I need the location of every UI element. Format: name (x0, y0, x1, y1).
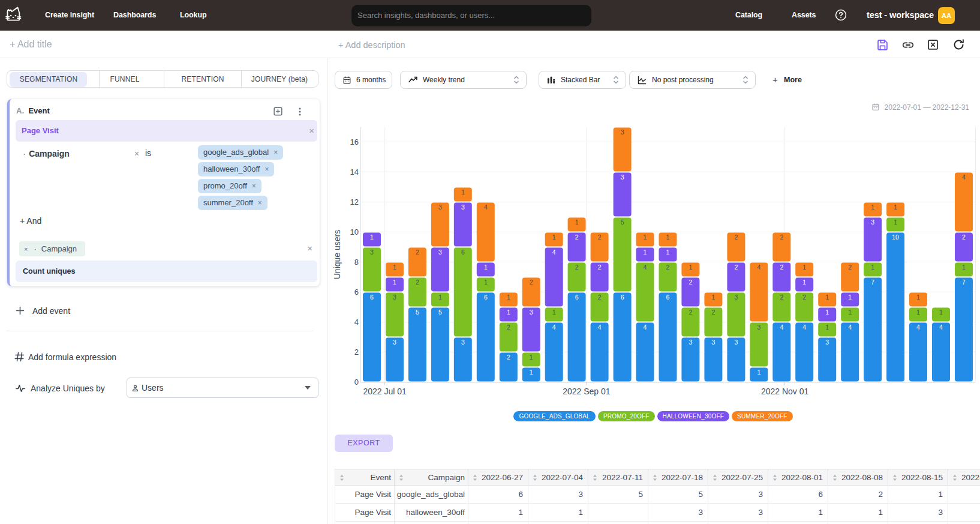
svg-text:2: 2 (416, 279, 419, 286)
svg-text:2: 2 (575, 233, 579, 241)
svg-text:4: 4 (802, 324, 806, 331)
svg-text:6: 6 (575, 294, 579, 301)
svg-text:2022 Nov 01: 2022 Nov 01 (761, 387, 809, 396)
svg-text:1: 1 (507, 294, 510, 301)
svg-text:1: 1 (825, 294, 829, 301)
svg-text:3: 3 (621, 173, 624, 181)
svg-text:4: 4 (916, 324, 920, 331)
svg-text:2022 Jul 01: 2022 Jul 01 (363, 387, 407, 396)
svg-text:14: 14 (350, 167, 359, 176)
svg-text:2: 2 (848, 264, 852, 271)
svg-text:2: 2 (598, 264, 602, 271)
svg-text:6: 6 (484, 294, 488, 301)
svg-text:4: 4 (598, 324, 602, 331)
svg-text:4: 4 (780, 324, 783, 331)
svg-text:3: 3 (871, 218, 874, 226)
svg-text:3: 3 (461, 339, 465, 346)
svg-text:1: 1 (916, 294, 920, 301)
svg-text:2: 2 (666, 264, 670, 271)
svg-text:0: 0 (354, 378, 359, 387)
svg-text:1: 1 (689, 264, 692, 271)
svg-text:2: 2 (354, 348, 359, 357)
svg-text:3: 3 (689, 339, 692, 346)
svg-text:4: 4 (757, 264, 760, 271)
svg-text:1: 1 (962, 264, 966, 271)
svg-text:4: 4 (848, 324, 852, 331)
svg-text:1: 1 (871, 264, 874, 271)
svg-text:7: 7 (871, 279, 874, 286)
svg-text:1: 1 (825, 309, 829, 316)
svg-text:1: 1 (802, 264, 806, 271)
svg-text:3: 3 (734, 294, 738, 301)
svg-text:4: 4 (644, 324, 647, 331)
svg-text:4: 4 (552, 324, 556, 331)
svg-text:2: 2 (780, 233, 783, 241)
svg-text:5: 5 (621, 218, 624, 226)
svg-text:2: 2 (734, 264, 738, 271)
svg-text:3: 3 (438, 203, 442, 211)
svg-text:1: 1 (575, 218, 579, 226)
svg-text:2: 2 (575, 264, 579, 271)
svg-text:4: 4 (962, 173, 966, 181)
svg-text:2: 2 (416, 248, 419, 256)
svg-text:1: 1 (894, 218, 897, 226)
svg-text:1: 1 (507, 309, 510, 316)
svg-text:1: 1 (666, 233, 670, 241)
svg-text:2: 2 (507, 324, 510, 331)
svg-text:1: 1 (802, 279, 806, 286)
svg-text:1: 1 (484, 264, 488, 271)
svg-text:6: 6 (354, 288, 359, 297)
svg-text:3: 3 (438, 248, 442, 256)
svg-text:1: 1 (552, 233, 556, 241)
svg-text:3: 3 (757, 324, 760, 331)
svg-text:4: 4 (644, 264, 647, 271)
svg-text:4: 4 (552, 248, 556, 256)
svg-text:2: 2 (711, 309, 715, 316)
svg-text:6: 6 (370, 294, 374, 301)
svg-text:1: 1 (666, 248, 670, 256)
svg-text:2: 2 (780, 264, 783, 271)
svg-text:2: 2 (598, 294, 602, 301)
svg-text:6: 6 (461, 248, 465, 256)
svg-text:1: 1 (530, 354, 533, 361)
svg-text:3: 3 (734, 339, 738, 346)
svg-text:8: 8 (354, 257, 359, 267)
svg-text:1: 1 (438, 294, 442, 301)
svg-text:1: 1 (871, 203, 874, 211)
svg-text:2: 2 (802, 294, 806, 301)
svg-text:1: 1 (530, 369, 533, 376)
svg-text:3: 3 (621, 128, 624, 136)
svg-text:12: 12 (350, 197, 359, 206)
svg-text:4: 4 (354, 318, 359, 327)
svg-text:5: 5 (438, 309, 442, 316)
svg-text:1: 1 (461, 188, 465, 196)
svg-text:1: 1 (484, 279, 488, 286)
svg-text:3: 3 (530, 309, 533, 316)
svg-text:10: 10 (350, 227, 359, 236)
svg-text:1: 1 (848, 294, 852, 301)
svg-text:10: 10 (892, 233, 899, 241)
svg-text:3: 3 (461, 203, 465, 211)
svg-text:Unique users: Unique users (333, 230, 342, 280)
svg-text:1: 1 (552, 309, 556, 316)
svg-text:1: 1 (825, 324, 829, 331)
svg-text:1: 1 (644, 248, 647, 256)
svg-text:4: 4 (939, 324, 943, 331)
svg-text:2: 2 (530, 279, 533, 286)
svg-text:3: 3 (393, 294, 396, 301)
svg-text:1: 1 (894, 203, 897, 211)
svg-text:3: 3 (393, 339, 396, 346)
svg-text:1: 1 (393, 264, 396, 271)
svg-text:3: 3 (711, 339, 715, 346)
svg-text:6: 6 (666, 294, 670, 301)
svg-text:1: 1 (370, 233, 374, 241)
svg-text:1: 1 (757, 369, 760, 376)
svg-text:2: 2 (689, 309, 692, 316)
svg-text:2: 2 (962, 233, 966, 241)
svg-text:1: 1 (644, 233, 647, 241)
svg-text:2: 2 (507, 354, 510, 361)
svg-text:16: 16 (350, 137, 359, 146)
svg-text:6: 6 (621, 294, 624, 301)
svg-text:3: 3 (370, 248, 374, 256)
svg-text:7: 7 (962, 279, 966, 286)
